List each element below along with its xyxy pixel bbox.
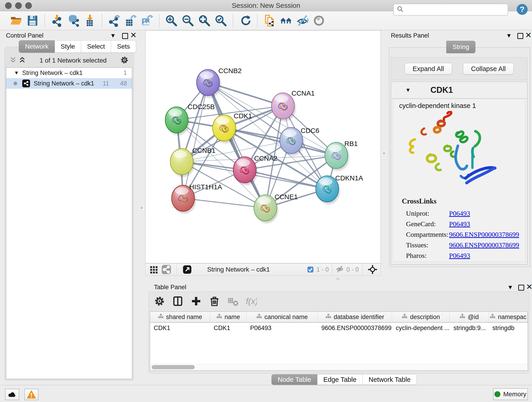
svg-text:?: ?	[520, 5, 525, 13]
tab-network-table[interactable]: Network Table	[363, 374, 417, 385]
expand-all-button[interactable]: Expand All	[405, 63, 452, 75]
open-in-window-icon[interactable]	[181, 263, 193, 276]
collection-expand-icon[interactable]: ▼	[14, 70, 19, 76]
results-panel-menu-icon[interactable]: ▼	[505, 32, 512, 39]
node-result-header[interactable]: ▼ CDK1	[391, 82, 527, 99]
eye-icon[interactable]	[312, 14, 326, 27]
network-options-gear-icon[interactable]	[120, 56, 129, 65]
bottom-splitter-handle[interactable]	[336, 278, 340, 280]
trash-icon[interactable]	[208, 295, 221, 307]
table-panel-float-icon[interactable]	[518, 284, 524, 292]
hide-eye-icon[interactable]	[296, 14, 309, 27]
column-header-name[interactable]: name	[210, 312, 247, 322]
control-panel-float-icon[interactable]	[122, 32, 128, 40]
table-panel-close-icon[interactable]: ✕	[526, 283, 532, 291]
column-header-description[interactable]: description	[392, 312, 450, 322]
network-share-icon[interactable]	[160, 263, 172, 276]
refresh-icon[interactable]	[238, 14, 252, 27]
add-icon[interactable]	[190, 295, 202, 307]
help-button[interactable]: ?	[516, 4, 528, 15]
export-image-icon[interactable]	[140, 14, 154, 27]
entry-collapse-icon[interactable]: ▼	[405, 87, 411, 93]
table-cell[interactable]: stringdb	[489, 323, 528, 333]
gear-icon[interactable]	[153, 295, 166, 307]
copy-document-icon[interactable]	[263, 14, 276, 27]
column-type-icon	[325, 313, 331, 321]
crosslink-value[interactable]: 9606.ENSP00000378699	[449, 241, 519, 249]
birds-eye-view-icon[interactable]	[148, 263, 160, 276]
scrollbar-thumb[interactable]	[152, 365, 195, 369]
table-cell[interactable]: stringdb:9...	[450, 323, 489, 333]
zoom-out-icon[interactable]	[181, 14, 195, 27]
crosslink-value[interactable]: P06493	[449, 220, 470, 228]
table-cell[interactable]: P06493	[247, 323, 318, 333]
search-box[interactable]	[393, 4, 508, 16]
collapse-all-button[interactable]: Collapse All	[463, 63, 514, 75]
memory-button[interactable]: Memory	[493, 388, 528, 400]
tab-node-table[interactable]: Node Table	[272, 374, 317, 385]
tab-sets[interactable]: Sets	[111, 40, 136, 53]
delete-table-icon[interactable]	[227, 295, 239, 307]
crosslink-value[interactable]: P06493	[449, 210, 470, 217]
tab-select[interactable]: Select	[81, 40, 111, 53]
right-splitter-handle[interactable]	[381, 151, 387, 156]
collapse-all-networks-icon[interactable]	[9, 56, 17, 65]
table-cell[interactable]: CDK1	[210, 323, 247, 333]
column-header-database-identifier[interactable]: database identifier	[318, 312, 392, 322]
results-panel-float-icon[interactable]	[517, 32, 523, 40]
tab-style[interactable]: Style	[55, 40, 81, 53]
node-ccnb2[interactable]	[196, 70, 221, 98]
node-label-cdc25b: CDC25B	[188, 103, 215, 110]
node-ccnb1[interactable]	[170, 148, 195, 177]
network-canvas[interactable]: CCNB2CCNA1CDC25BCDK1CDC6RB1CCNB1CCNA2CDK…	[145, 30, 381, 263]
open-folder-icon[interactable]	[9, 14, 23, 27]
zoom-fit-icon[interactable]	[197, 14, 211, 27]
fit-selected-crosshair-icon[interactable]	[366, 263, 379, 276]
import-database-icon[interactable]	[66, 14, 80, 27]
network-graph[interactable]: CCNB2CCNA1CDC25BCDK1CDC6RB1CCNB1CCNA2CDK…	[146, 31, 380, 263]
table-cell[interactable]: 9606.ENSP00000378699	[318, 323, 392, 333]
warning-status-button[interactable]	[24, 389, 38, 400]
crosslink-value[interactable]: P06493	[449, 252, 470, 259]
table-cell[interactable]: CDK1	[150, 323, 210, 333]
network-status-dot	[13, 82, 17, 85]
network-row[interactable]: String Network – cdk1 11 48	[6, 78, 132, 89]
table-panel-menu-icon[interactable]: ▼	[507, 283, 514, 291]
search-input[interactable]	[406, 5, 508, 14]
control-panel-close-icon[interactable]: ✕	[130, 31, 137, 39]
tab-network[interactable]: Network	[19, 40, 55, 53]
homes-icon[interactable]	[279, 14, 293, 27]
column-header-shared-name[interactable]: shared name	[150, 312, 210, 322]
zoom-in-icon[interactable]	[165, 14, 178, 27]
selected-checkbox-icon[interactable]	[307, 266, 314, 273]
left-splitter-handle[interactable]	[139, 205, 144, 210]
column-header-namespac[interactable]: namespac	[489, 312, 528, 322]
export-network-icon[interactable]	[107, 14, 121, 27]
node-cdc25b[interactable]	[165, 107, 190, 135]
export-table-icon[interactable]	[124, 14, 138, 27]
node-cdk1[interactable]	[213, 115, 237, 143]
collection-label: String Network – cdk1	[22, 70, 123, 77]
cloud-status-button[interactable]	[5, 389, 19, 400]
table-horizontal-scrollbar[interactable]	[150, 364, 527, 370]
import-table-icon[interactable]	[83, 14, 97, 27]
crosslink-value[interactable]: 9606.ENSP00000378699	[449, 230, 519, 238]
node-ccna1[interactable]	[272, 93, 296, 121]
control-panel-menu-icon[interactable]: ▼	[109, 32, 116, 39]
table-cell[interactable]: cyclin-dependent ...	[392, 323, 450, 333]
crosslinks-list: Uniprot: P06493 GeneCard: P06493 Compart…	[406, 208, 520, 261]
zoom-selected-icon[interactable]	[214, 14, 228, 27]
save-icon[interactable]	[26, 14, 39, 27]
network-collection-row[interactable]: ▼ String Network – cdk1 1	[6, 68, 132, 78]
expand-all-networks-icon[interactable]	[18, 56, 26, 65]
tab-string[interactable]: String	[446, 41, 475, 53]
import-network-icon[interactable]	[50, 14, 64, 27]
column-header-canonical-name[interactable]: canonical name	[247, 312, 318, 322]
column-header-@id[interactable]: @id	[450, 312, 489, 322]
crosslinks-title: CrossLinks	[402, 197, 437, 205]
tab-edge-table[interactable]: Edge Table	[317, 374, 363, 385]
table-row[interactable]: CDK1CDK1P064939606.ENSP00000378699cyclin…	[150, 323, 528, 333]
results-panel-close-icon[interactable]: ✕	[525, 31, 532, 39]
function-icon[interactable]: f(x)	[245, 295, 257, 307]
split-columns-icon[interactable]	[172, 295, 184, 307]
